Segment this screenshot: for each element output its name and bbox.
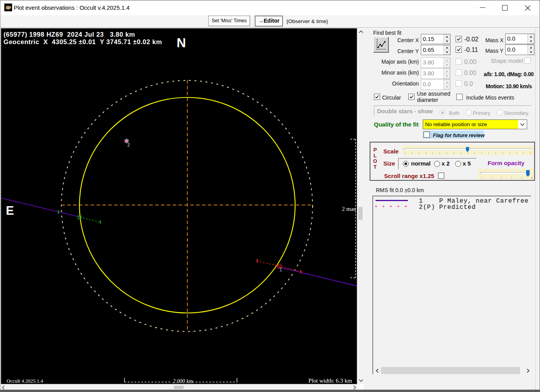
svg-text:N: N [177, 36, 186, 50]
svg-text:Plot width: 6.3 km: Plot width: 6.3 km [308, 378, 352, 384]
svg-text:2.000 km: 2.000 km [173, 378, 193, 384]
svg-text:E: E [6, 204, 14, 217]
svg-text:Geocentric X 4305.25 ±0.01: Geocentric X 4305.25 ±0.01 Y 3745.71 ±0.… [4, 38, 162, 45]
svg-text:2 mas: 2 mas [342, 206, 356, 212]
svg-text:Occult 4.2025.1.4: Occult 4.2025.1.4 [7, 378, 43, 384]
svg-text:(65977) 1998 HZ69 2024 Jul 23: (65977) 1998 HZ69 2024 Jul 23 3.80 km [4, 31, 135, 38]
svg-text:1: 1 [279, 267, 282, 273]
svg-text:2: 2 [127, 143, 130, 147]
